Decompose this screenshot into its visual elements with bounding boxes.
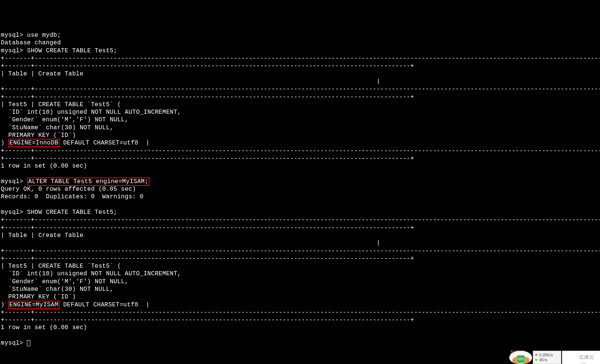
engine-paren: ) [1, 140, 8, 146]
table-separator: +-------+-------------------------------… [1, 86, 600, 93]
network-speed-monitor[interactable]: 0.05K/s 0K/s [533, 351, 561, 364]
download-speed: 0K/s [539, 358, 547, 362]
output-db-changed: Database changed [1, 39, 61, 46]
rows-in-set: 1 row in set (0.00 sec) [1, 163, 87, 169]
output-query-ok: Query OK, 0 rows affected (0.05 sec) [1, 186, 136, 193]
table-separator: +-------+-------------------------------… [1, 55, 600, 62]
engine-rest: DEFAULT CHARSET=utf8 | [60, 140, 150, 146]
prompt: mysql> [1, 47, 27, 54]
column-def-stuname: `StuName` char(30) NOT NULL, [1, 124, 113, 131]
column-def-id: `ID` int(10) unsigned NOT NULL AUTO_INCR… [1, 109, 181, 116]
prompt: mysql> [1, 32, 27, 39]
mysql-terminal[interactable]: mysql> use mydb; Database changed mysql>… [0, 31, 600, 348]
sogou-ime-icon[interactable]: SoGod [488, 355, 509, 364]
create-table-row-start: | Test5 | CREATE TABLE `Test5` ( [1, 101, 121, 108]
engine-myisam-highlight: ENGINE=MyISAM [8, 301, 60, 309]
watermark-text: 亿速云 [579, 353, 594, 361]
taskbar-tray: SoGod 54% 0.05K/s 0K/s 亿速云 [488, 351, 600, 364]
table-separator: +-------+-------------------------------… [1, 224, 414, 231]
prompt: mysql> [1, 209, 27, 216]
output-records: Records: 0 Duplicates: 0 Warnings: 0 [1, 193, 143, 200]
column-def-pk: PRIMARY KEY (`ID`) [1, 132, 76, 139]
table-separator: +-------+-------------------------------… [1, 317, 414, 323]
table-separator: +-------+-------------------------------… [1, 155, 414, 162]
engine-rest: DEFAULT CHARSET=utf8 | [60, 301, 150, 308]
column-def-pk: PRIMARY KEY (`ID`) [1, 293, 76, 300]
table-separator: +-------+-------------------------------… [1, 63, 414, 69]
table-separator: +-------+-------------------------------… [1, 309, 600, 316]
prompt: mysql> [1, 178, 27, 185]
column-def-gender: `Gender` enum('M','F') NOT NULL, [1, 278, 129, 285]
download-arrow-icon [535, 359, 538, 361]
prompt: mysql> [1, 340, 27, 347]
command-show-create-2: SHOW CREATE TABLE Test5; [27, 209, 117, 216]
column-def-gender: `Gender` enum('M','F') NOT NULL, [1, 116, 129, 123]
engine-paren: ) [1, 301, 8, 308]
table-header-pipe: | [1, 78, 380, 85]
table-header: | Table | Create Table [1, 232, 83, 239]
table-separator: +-------+-------------------------------… [1, 255, 414, 262]
engine-innodb-highlight: ENGINE=InnoDB [8, 139, 60, 147]
huorong-security-icon[interactable]: 54% [509, 351, 532, 364]
yisu-watermark: 亿速云 [562, 351, 600, 364]
table-header: | Table | Create Table [1, 71, 83, 77]
table-separator: +-------+-------------------------------… [1, 94, 414, 100]
table-header-pipe: | [1, 240, 380, 246]
rows-in-set: 1 row in set (0.00 sec) [1, 324, 87, 331]
column-def-stuname: `StuName` char(30) NOT NULL, [1, 286, 113, 293]
cloud-icon [569, 355, 578, 361]
terminal-cursor [27, 340, 30, 346]
table-separator: +-------+-------------------------------… [1, 248, 600, 254]
upload-speed: 0.05K/s [539, 353, 553, 358]
table-separator: +-------+-------------------------------… [1, 217, 600, 223]
huorong-percent-badge: 54% [516, 355, 526, 363]
create-table-row-start: | Test5 | CREATE TABLE `Test5` ( [1, 263, 121, 270]
command-show-create-1: SHOW CREATE TABLE Test5; [27, 47, 117, 54]
upload-arrow-icon [535, 353, 538, 356]
command-use-db: use mydb; [27, 32, 61, 39]
table-separator: +-------+-------------------------------… [1, 147, 600, 154]
command-alter-highlight: ALTER TABLE Test5 engine=MyISAM; [27, 177, 150, 186]
column-def-id: `ID` int(10) unsigned NOT NULL AUTO_INCR… [1, 270, 181, 277]
